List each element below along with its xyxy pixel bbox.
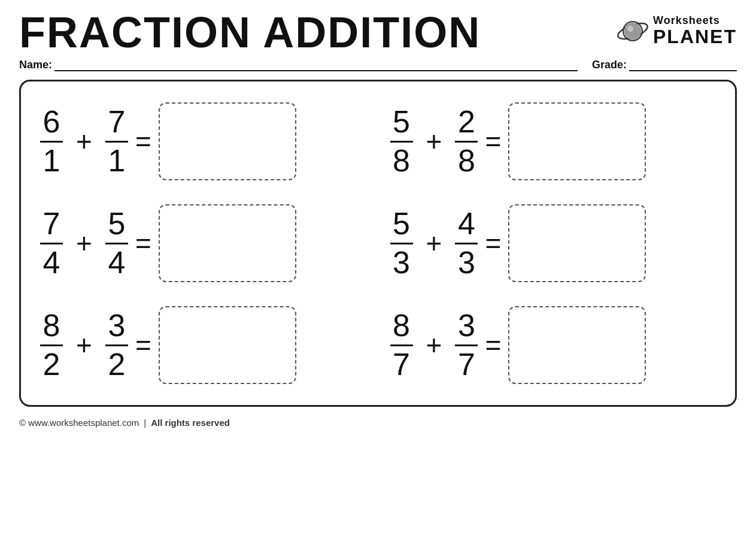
footer-copyright: © www.worksheetsplanet.com <box>19 418 139 428</box>
fraction-denominator: 3 <box>393 246 410 280</box>
fraction-numerator: 2 <box>458 105 475 139</box>
problem-3: 7 4 + 5 4 = <box>40 204 366 282</box>
problem-5: 8 2 + 3 2 = <box>40 306 366 384</box>
equals-sign: = <box>485 329 501 361</box>
fraction-numerator: 3 <box>458 309 475 343</box>
fraction-denominator: 7 <box>393 347 410 382</box>
planet-icon <box>616 14 649 48</box>
problems-row-2: 7 4 + 5 4 = <box>40 195 716 291</box>
fractions-group-4: 5 3 + 4 3 <box>390 207 478 279</box>
fraction-numerator: 5 <box>393 105 410 139</box>
fractions-group-3: 7 4 + 5 4 <box>40 207 128 279</box>
fraction-bar <box>455 243 478 244</box>
plus-sign: + <box>76 329 92 361</box>
answer-box-5[interactable] <box>159 306 296 384</box>
fraction-denominator: 2 <box>43 347 60 382</box>
fraction-denominator: 2 <box>108 347 125 382</box>
logo-area: Worksheets PLANET <box>616 11 737 48</box>
fraction-1-2: 7 1 <box>105 105 128 177</box>
fractions-group-1: 6 1 + 7 1 <box>40 105 128 177</box>
plus-sign: + <box>426 329 442 361</box>
fraction-denominator: 7 <box>458 347 475 382</box>
plus-sign: + <box>426 125 442 158</box>
fraction-bar <box>105 243 128 244</box>
fraction-4-1: 5 3 <box>390 207 413 279</box>
fraction-denominator: 3 <box>458 246 475 280</box>
fraction-denominator: 4 <box>108 246 125 280</box>
answer-box-6[interactable] <box>508 306 646 384</box>
fraction-6-1: 8 7 <box>390 309 413 381</box>
problem-4: 5 3 + 4 3 = <box>390 204 716 282</box>
fraction-5-2: 3 2 <box>105 309 128 381</box>
plus-sign: + <box>76 125 92 158</box>
fractions-group-5: 8 2 + 3 2 <box>40 309 128 381</box>
problem-2: 5 8 + 2 8 = <box>390 102 716 180</box>
fraction-1-1: 6 1 <box>40 105 63 177</box>
fraction-numerator: 5 <box>393 207 410 241</box>
fraction-denominator: 8 <box>393 144 410 178</box>
footer: © www.worksheetsplanet.com | All rights … <box>19 415 737 428</box>
equals-sign: = <box>485 227 501 259</box>
fraction-3-2: 5 4 <box>105 207 128 279</box>
problem-1: 6 1 + 7 1 = <box>40 102 366 180</box>
fraction-bar <box>105 344 128 346</box>
fraction-6-2: 3 7 <box>455 309 478 381</box>
problems-row-1: 6 1 + 7 1 = <box>40 93 716 189</box>
fraction-numerator: 7 <box>108 105 125 139</box>
fraction-numerator: 3 <box>108 309 125 343</box>
fraction-denominator: 8 <box>458 144 475 178</box>
name-grade-row: Name: Grade: <box>19 59 737 71</box>
logo-planet-label: PLANET <box>653 26 737 47</box>
answer-box-1[interactable] <box>159 102 296 180</box>
fraction-bar <box>390 243 413 244</box>
problems-grid: 6 1 + 7 1 = <box>40 93 716 393</box>
fraction-bar <box>40 344 63 346</box>
fraction-bar <box>40 141 63 143</box>
equals-sign: = <box>135 227 151 259</box>
fraction-numerator: 5 <box>108 207 125 241</box>
fraction-5-1: 8 2 <box>40 309 63 381</box>
problems-row-3: 8 2 + 3 2 = <box>40 297 716 393</box>
svg-point-2 <box>624 23 641 40</box>
header: FRACTION ADDITION Worksheets PLANET <box>19 11 737 54</box>
fraction-bar <box>105 141 128 143</box>
grade-line <box>629 59 737 71</box>
footer-rights: All rights reserved <box>151 418 230 428</box>
fraction-bar <box>40 243 63 244</box>
page-title: FRACTION ADDITION <box>19 11 481 54</box>
answer-box-3[interactable] <box>159 204 296 282</box>
equals-sign: = <box>135 329 151 361</box>
grade-label: Grade: <box>592 59 627 71</box>
fraction-bar <box>455 344 478 346</box>
svg-point-3 <box>627 26 633 32</box>
fraction-2-1: 5 8 <box>390 105 413 177</box>
answer-box-4[interactable] <box>508 204 646 282</box>
fractions-group-2: 5 8 + 2 8 <box>390 105 478 177</box>
logo-worksheets-label: Worksheets <box>653 15 737 27</box>
fraction-numerator: 6 <box>43 105 60 139</box>
name-label: Name: <box>19 59 52 71</box>
fraction-bar <box>390 141 413 143</box>
fractions-group-6: 8 7 + 3 7 <box>390 309 478 381</box>
logo-container: Worksheets PLANET <box>616 14 737 48</box>
page: FRACTION ADDITION Worksheets PLANET Name… <box>0 0 756 535</box>
plus-sign: + <box>76 227 92 259</box>
fraction-numerator: 8 <box>393 309 410 343</box>
fraction-2-2: 2 8 <box>455 105 478 177</box>
footer-divider: | <box>144 418 146 428</box>
problem-6: 8 7 + 3 7 = <box>390 306 716 384</box>
equals-sign: = <box>485 125 501 158</box>
fraction-denominator: 1 <box>43 144 60 178</box>
fraction-numerator: 7 <box>43 207 60 241</box>
fraction-numerator: 8 <box>43 309 60 343</box>
equals-sign: = <box>135 125 151 158</box>
fraction-3-1: 7 4 <box>40 207 63 279</box>
fraction-denominator: 4 <box>43 246 60 280</box>
fraction-denominator: 1 <box>108 144 125 178</box>
fraction-bar <box>455 141 478 143</box>
answer-box-2[interactable] <box>508 102 646 180</box>
content-box: 6 1 + 7 1 = <box>19 80 737 407</box>
fraction-numerator: 4 <box>458 207 475 241</box>
logo-text: Worksheets PLANET <box>653 15 737 48</box>
fraction-4-2: 4 3 <box>455 207 478 279</box>
